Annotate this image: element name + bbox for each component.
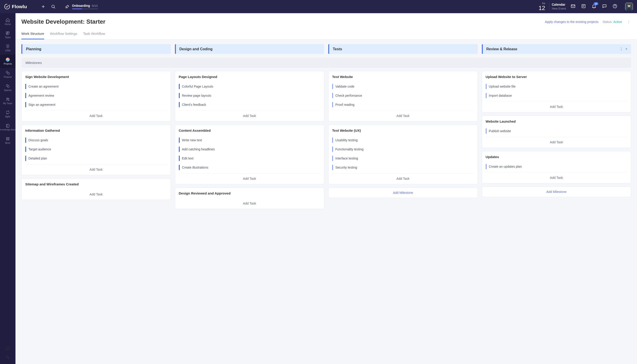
add-milestone-button[interactable]: Add Milestone [482, 186, 631, 197]
task-row[interactable]: Usability testing [332, 136, 474, 145]
svg-rect-7 [8, 32, 9, 33]
sidebar-item-spaces[interactable]: Spaces [0, 81, 16, 94]
add-task-button[interactable]: Add Task [25, 110, 167, 120]
task-text: Proof reading [335, 103, 354, 106]
task-row[interactable]: Discuss goals [25, 136, 167, 145]
milestone-card[interactable]: Test WebsiteValidate codeCheck perfomanc… [328, 71, 478, 122]
milestone-card[interactable]: Test Website (UX)Usability testingFuncti… [328, 125, 478, 184]
add-task-button[interactable]: Add Task [179, 198, 320, 207]
task-row[interactable]: Create an agreement [25, 82, 167, 91]
tab-workflow-settings[interactable]: Workflow Settings [50, 29, 77, 39]
sidebar-item-crm[interactable]: CRM [0, 42, 16, 54]
milestone-card[interactable]: Sign Website DevelopmentCreate an agreem… [22, 71, 171, 122]
milestone-card[interactable]: UpdatesCreate an updates planAdd Task [482, 151, 631, 183]
kebab-icon[interactable]: ⋮ [620, 47, 623, 51]
add-task-button[interactable]: Add Task [179, 110, 320, 120]
settings-icon[interactable] [5, 355, 10, 360]
task-row[interactable]: Security testing [332, 163, 474, 172]
task-row[interactable]: Upload website file [486, 82, 628, 91]
pin-icon [65, 4, 70, 9]
card-title: Test Website [332, 75, 474, 79]
user-avatar[interactable] [625, 3, 633, 10]
calendar-widget[interactable]: Calendar New Event [552, 2, 566, 10]
column-header[interactable]: Design and Coding [175, 44, 324, 54]
add-task-button[interactable]: Add Task [486, 137, 628, 146]
add-task-button[interactable]: Add Task [332, 110, 474, 120]
calendar-subtitle: New Event [552, 7, 566, 11]
sidebar-item-projects[interactable]: Projects [0, 54, 16, 68]
task-row[interactable]: Write new text [179, 136, 320, 145]
sidebar-item-tasks[interactable]: Tasks [0, 28, 16, 42]
milestone-card[interactable]: Page Layouts DesignedColorful Page Layou… [175, 71, 324, 122]
add-task-button[interactable]: Add Task [332, 173, 474, 182]
brand-logo[interactable]: Flowlu [4, 4, 27, 10]
help-icon[interactable] [612, 4, 618, 10]
date-widget[interactable]: Fri 12 [538, 2, 545, 12]
column-header[interactable]: Review & Release⋮+ [482, 44, 631, 54]
task-row[interactable]: Agreement review [25, 91, 167, 100]
column-header[interactable]: Planning [22, 44, 171, 54]
task-status-bar [332, 156, 333, 161]
add-milestone-button[interactable]: Add Milestone [328, 188, 478, 198]
note-icon[interactable] [581, 4, 586, 10]
brand-name: Flowlu [12, 4, 27, 9]
sidebar-item-finance[interactable]: Finance [0, 68, 16, 81]
sidebar-item-home[interactable]: Home [0, 15, 16, 28]
add-task-button[interactable]: Add Task [25, 164, 167, 173]
add-column-icon[interactable]: + [626, 47, 628, 51]
task-text: Write new text [182, 138, 202, 142]
svg-point-24 [8, 140, 8, 140]
apply-changes-link[interactable]: Apply changes to the existing projects [545, 20, 598, 24]
sidebar-item-team[interactable]: My Team [0, 94, 16, 108]
mail-icon[interactable] [570, 4, 576, 10]
task-row[interactable]: Review page layouts [179, 91, 320, 100]
kebab-icon[interactable]: ⋮ [626, 20, 631, 24]
task-row[interactable]: Validate code [332, 82, 474, 91]
task-row[interactable]: Sign an agreement [25, 100, 167, 109]
task-text: Import database [489, 94, 512, 97]
bell-icon[interactable]: 13 [592, 4, 596, 10]
add-task-button[interactable]: Add Task [486, 172, 628, 181]
task-row[interactable]: Colorful Page Layouts [179, 82, 320, 91]
task-row[interactable]: Functionality testing [332, 145, 474, 154]
task-row[interactable]: Check perfomance [332, 91, 474, 100]
tab-task-workflow[interactable]: Task Workflow [83, 29, 105, 39]
sidebar-item-knowledge[interactable]: Knowledge Base [0, 120, 16, 134]
search-icon[interactable] [51, 4, 56, 9]
add-task-button[interactable]: Add Task [25, 189, 167, 198]
sidebar-item-agile[interactable]: Agile [0, 108, 16, 120]
task-row[interactable]: Edit text [179, 154, 320, 163]
sidebar-item-more[interactable]: More [0, 134, 16, 147]
task-row[interactable]: Publish website [486, 126, 628, 136]
milestone-card[interactable]: Information GatheredDiscuss goalsTarget … [22, 125, 171, 175]
task-row[interactable]: Import database [486, 91, 628, 100]
chat-icon[interactable] [602, 4, 607, 10]
add-icon[interactable] [41, 4, 46, 9]
task-row[interactable]: Create illustrations [179, 163, 320, 172]
task-row[interactable]: Proof reading [332, 100, 474, 109]
add-task-button[interactable]: Add Task [486, 102, 628, 110]
milestone-card[interactable]: Sitemap and Wireframes CreatedAdd Task [22, 178, 171, 200]
milestones-bar[interactable]: Milestones [22, 58, 631, 68]
task-row[interactable]: Client's feedback [179, 100, 320, 109]
task-row[interactable]: Target audience [25, 145, 167, 154]
milestone-card[interactable]: Design Reviewed and ApprovedAdd Task [175, 188, 324, 209]
task-row[interactable]: Create an updates plan [486, 162, 628, 171]
card-title: Sitemap and Wireframes Created [25, 182, 167, 186]
onboarding-widget[interactable]: Onboarding 5/13 [65, 4, 98, 9]
add-task-button[interactable]: Add Task [179, 173, 320, 182]
task-row[interactable]: Interface testing [332, 154, 474, 163]
milestone-card[interactable]: Website LaunchedPublish websiteAdd Task [482, 116, 631, 148]
task-status-bar [332, 93, 333, 98]
task-row[interactable]: Detailed plan [25, 154, 167, 163]
svg-point-11 [8, 72, 9, 74]
task-row[interactable]: Add catching headlines [179, 145, 320, 154]
task-status-bar [332, 84, 333, 89]
milestone-card[interactable]: Content AssembledWrite new textAdd catch… [175, 125, 324, 184]
milestone-card[interactable]: Upload Website to ServerUpload website f… [482, 71, 631, 112]
column-header[interactable]: Tests [328, 44, 478, 54]
tab-work-structure[interactable]: Work Structure [22, 29, 44, 39]
page-header: Website Development: Starter Apply chang… [16, 13, 637, 40]
calendar-title: Calendar [552, 2, 566, 6]
feedback-icon[interactable] [5, 346, 10, 351]
